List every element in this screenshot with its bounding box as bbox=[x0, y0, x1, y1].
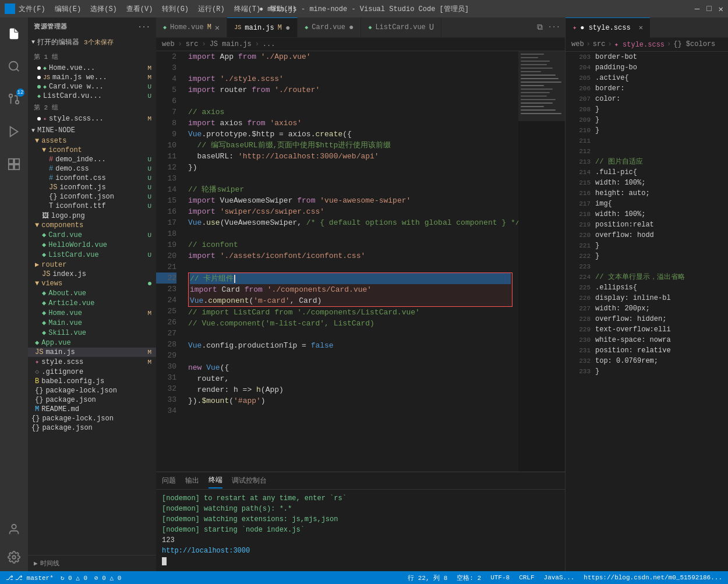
activity-settings[interactable] bbox=[0, 543, 28, 571]
file-logo-png[interactable]: 🖼 logo.png bbox=[28, 211, 156, 221]
vue-icon: ◆ bbox=[43, 65, 47, 72]
code-editor[interactable]: 23456 7891011 1213141516 1718192021 2223… bbox=[156, 51, 518, 472]
minimize-button[interactable]: — bbox=[695, 4, 699, 14]
file-mainjs[interactable]: JS main.js M bbox=[28, 348, 156, 357]
menu-goto[interactable]: 转到(G) bbox=[162, 4, 189, 14]
tab-card-vue[interactable]: ◆ Card.vue ● bbox=[298, 17, 361, 38]
file-package-json-root[interactable]: {} package.json bbox=[28, 423, 156, 433]
file-iconfont-js[interactable]: JS iconfont.js U bbox=[28, 183, 156, 192]
open-editors-section[interactable]: ▼ 打开的编辑器 3个未保存 bbox=[28, 36, 156, 49]
spaces[interactable]: 空格: 2 bbox=[457, 574, 481, 582]
open-editor-card-vue[interactable]: ◆ Card.vue w... U bbox=[28, 82, 156, 91]
folder-components[interactable]: ▼ components bbox=[28, 221, 156, 230]
menu-bar[interactable]: 文件(F) 编辑(E) 选择(S) 查看(V) 转到(G) 运行(R) 终端(T… bbox=[19, 4, 296, 14]
file-name: main.js we... bbox=[52, 73, 107, 82]
project-section[interactable]: ▼ MINE-NODE bbox=[28, 125, 156, 136]
tab-mainjs[interactable]: JS main.js M ● bbox=[227, 17, 298, 38]
breadcrumb-web[interactable]: web bbox=[162, 40, 175, 48]
open-editor-style-scss[interactable]: ✦ style.scss... M bbox=[28, 114, 156, 123]
right-code-line: 204 padding-bo bbox=[566, 62, 728, 73]
line-ending[interactable]: CRLF bbox=[519, 574, 534, 581]
file-style-scss[interactable]: ✦ style.scss M bbox=[28, 357, 156, 367]
file-gitignore[interactable]: ◇ .gitignore bbox=[28, 367, 156, 377]
file-readme[interactable]: M README.md bbox=[28, 405, 156, 414]
vue-icon: ◆ bbox=[42, 299, 46, 307]
menu-select[interactable]: 选择(S) bbox=[90, 4, 117, 14]
window-controls[interactable]: — □ ✕ bbox=[695, 4, 723, 14]
sidebar-more-button[interactable]: ··· bbox=[138, 23, 150, 30]
file-package-lock-root[interactable]: {} package-lock.json bbox=[28, 414, 156, 423]
file-about-vue[interactable]: ◆ About.vue bbox=[28, 288, 156, 298]
file-demo-index[interactable]: # demo_inde... U bbox=[28, 155, 156, 164]
tab-home-vue[interactable]: ◆ Home.vue M ✕ bbox=[156, 17, 227, 38]
file-app-vue[interactable]: ◆ App.vue bbox=[28, 338, 156, 348]
tab-close-button[interactable]: ✕ bbox=[215, 23, 220, 33]
menu-terminal[interactable]: 终端(T) bbox=[234, 4, 261, 14]
activity-accounts[interactable] bbox=[0, 515, 28, 543]
breadcrumb-section[interactable]: {} $colors bbox=[673, 40, 715, 49]
activity-git[interactable]: 12 bbox=[0, 85, 28, 113]
error-status[interactable]: ⊘ 0 △ 0 bbox=[94, 574, 121, 582]
file-package-lock[interactable]: {} package-lock.json bbox=[28, 386, 156, 395]
file-iconfont-ttf[interactable]: T iconfont.ttf U bbox=[28, 201, 156, 211]
terminal-tab-terminal[interactable]: 终端 bbox=[208, 473, 222, 489]
open-editor-home-vue[interactable]: ◆ Home.vue... M bbox=[28, 63, 156, 73]
file-skill-vue[interactable]: ◆ Skill.vue bbox=[28, 328, 156, 338]
vue-icon: ◆ bbox=[42, 250, 46, 259]
folder-iconfont[interactable]: ▼ iconfont bbox=[28, 146, 156, 155]
activity-debug[interactable] bbox=[0, 118, 28, 146]
breadcrumb-web[interactable]: web bbox=[571, 40, 584, 49]
file-package-json[interactable]: {} package.json bbox=[28, 395, 156, 405]
file-article-vue[interactable]: ◆ Article.vue bbox=[28, 298, 156, 308]
file-iconfont-json[interactable]: {} iconfont.json U bbox=[28, 192, 156, 201]
file-helloworld-vue[interactable]: ◆ HelloWorld.vue bbox=[28, 240, 156, 250]
file-router-index[interactable]: JS index.js bbox=[28, 270, 156, 279]
maximize-button[interactable]: □ bbox=[706, 4, 711, 14]
open-editor-mainjs[interactable]: JS main.js we... M bbox=[28, 73, 156, 82]
breadcrumb-src[interactable]: src bbox=[186, 40, 199, 48]
menu-edit[interactable]: 编辑(E) bbox=[55, 4, 82, 14]
tab-close-button[interactable]: ● bbox=[285, 23, 290, 33]
file-card-vue[interactable]: ◆ Card.vue U bbox=[28, 230, 156, 240]
breadcrumb-file[interactable]: ✦ style.scss bbox=[614, 40, 665, 49]
folder-router[interactable]: ▶ router bbox=[28, 260, 156, 270]
code-content[interactable]: import App from './App.vue' import './st… bbox=[182, 51, 518, 472]
activity-search[interactable] bbox=[0, 52, 28, 80]
more-actions-button[interactable]: ··· bbox=[547, 23, 560, 31]
tab-close-button[interactable]: U bbox=[429, 23, 434, 32]
right-tab-close[interactable]: ✕ bbox=[639, 23, 643, 32]
file-listcard-vue[interactable]: ◆ ListCard.vue U bbox=[28, 250, 156, 260]
file-babel-config[interactable]: B babel.config.js bbox=[28, 377, 156, 386]
split-editor-button[interactable]: ⧉ bbox=[537, 23, 543, 32]
file-iconfont-css[interactable]: # iconfont.css U bbox=[28, 174, 156, 183]
language-mode[interactable]: JavaS... bbox=[544, 574, 575, 581]
file-main-vue[interactable]: ◆ Main.vue bbox=[28, 318, 156, 328]
folder-assets[interactable]: ▼ assets bbox=[28, 136, 156, 146]
folder-views[interactable]: ▼ views bbox=[28, 279, 156, 288]
open-editor-listcard-vue[interactable]: ◆ ListCard.vu... U bbox=[28, 91, 156, 101]
tab-close-button[interactable]: ● bbox=[349, 23, 354, 32]
timeline-section[interactable]: ▶ 时间线 bbox=[28, 555, 156, 571]
breadcrumb-js[interactable]: JS main.js bbox=[210, 40, 252, 48]
sync-status[interactable]: ↻ 0 △ 0 bbox=[61, 574, 87, 582]
menu-run[interactable]: 运行(R) bbox=[198, 4, 225, 14]
csdn-link[interactable]: https://blog.csdn.net/m0_51592186... bbox=[584, 574, 722, 581]
svg-rect-6 bbox=[9, 159, 13, 164]
right-tab-style-scss[interactable]: ✦ ● style.scss ✕ bbox=[566, 17, 650, 38]
breadcrumb-dots[interactable]: ... bbox=[263, 40, 275, 48]
terminal-tab-debug[interactable]: 调试控制台 bbox=[232, 473, 267, 488]
activity-extensions[interactable] bbox=[0, 150, 28, 178]
activity-explorer[interactable] bbox=[0, 20, 28, 48]
close-button[interactable]: ✕ bbox=[719, 4, 723, 14]
menu-view[interactable]: 查看(V) bbox=[126, 4, 153, 14]
file-home-vue[interactable]: ◆ Home.vue M bbox=[28, 308, 156, 318]
menu-file[interactable]: 文件(F) bbox=[19, 4, 45, 14]
encoding[interactable]: UTF-8 bbox=[490, 574, 510, 581]
terminal-tab-problems[interactable]: 问题 bbox=[162, 473, 176, 488]
cursor-position[interactable]: 行 22, 列 8 bbox=[408, 574, 447, 582]
tab-listcard-vue[interactable]: ◆ ListCard.vue U bbox=[361, 17, 441, 38]
breadcrumb-src[interactable]: src bbox=[593, 40, 606, 49]
file-demo-css[interactable]: # demo.css U bbox=[28, 164, 156, 174]
git-branch[interactable]: ⎇ ⎇ master* bbox=[6, 574, 54, 582]
terminal-tab-output[interactable]: 输出 bbox=[185, 473, 199, 488]
